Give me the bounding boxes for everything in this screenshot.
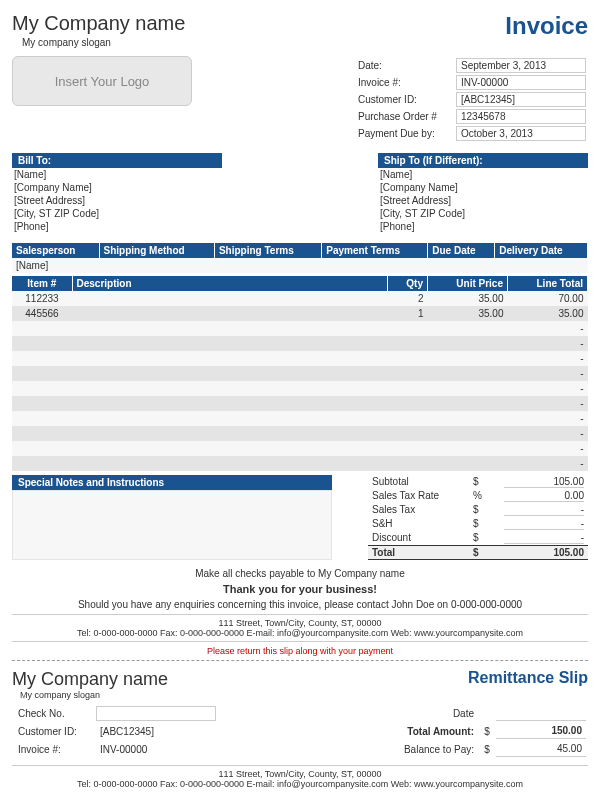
item-qty[interactable]: 2 — [388, 291, 428, 306]
logo-placeholder[interactable]: Insert Your Logo — [12, 56, 192, 106]
line-item-row[interactable]: - — [12, 321, 588, 336]
item-qty[interactable] — [388, 396, 428, 411]
item-desc[interactable] — [72, 291, 388, 306]
meta-date-value[interactable]: September 3, 2013 — [456, 58, 586, 73]
totals-value[interactable]: - — [504, 532, 584, 544]
totals-value[interactable]: 0.00 — [504, 490, 584, 502]
bill-to-line[interactable]: [Phone] — [12, 220, 222, 233]
remittance-title: Remittance Slip — [468, 669, 588, 687]
line-item-row[interactable]: - — [12, 351, 588, 366]
line-item-row[interactable]: - — [12, 336, 588, 351]
total-label: Total — [372, 547, 462, 558]
meta-po-value[interactable]: 12345678 — [456, 109, 586, 124]
terms-header: Payment Terms — [322, 243, 428, 258]
line-item-row[interactable]: - — [12, 396, 588, 411]
meta-customer-value[interactable]: [ABC12345] — [456, 92, 586, 107]
item-number[interactable] — [12, 336, 72, 351]
item-number[interactable]: 445566 — [12, 306, 72, 321]
items-header-qty: Qty — [388, 276, 428, 291]
item-desc[interactable] — [72, 381, 388, 396]
item-desc[interactable] — [72, 426, 388, 441]
company-slogan: My company slogan — [22, 37, 185, 48]
item-number[interactable] — [12, 321, 72, 336]
ship-to-header: Ship To (If Different): — [378, 153, 588, 168]
item-desc[interactable] — [72, 321, 388, 336]
ship-to-line[interactable]: [Name] — [378, 168, 588, 181]
remittance-header: My Company name My company slogan Remitt… — [12, 669, 588, 700]
item-qty[interactable] — [388, 336, 428, 351]
ship-to-line[interactable]: [Company Name] — [378, 181, 588, 194]
ship-to-line[interactable]: [Street Address] — [378, 194, 588, 207]
terms-cell[interactable] — [99, 258, 214, 274]
bill-to-line[interactable]: [Company Name] — [12, 181, 222, 194]
item-number[interactable] — [12, 351, 72, 366]
remit-check-field[interactable] — [96, 706, 216, 721]
item-desc[interactable] — [72, 456, 388, 471]
item-desc[interactable] — [72, 396, 388, 411]
item-qty[interactable] — [388, 441, 428, 456]
remit-date-field[interactable] — [496, 706, 586, 721]
meta-due-value[interactable]: October 3, 2013 — [456, 126, 586, 141]
line-item-row[interactable]: - — [12, 456, 588, 471]
notes-body[interactable] — [12, 490, 332, 560]
item-price[interactable] — [428, 456, 508, 471]
item-qty[interactable] — [388, 321, 428, 336]
item-price[interactable] — [428, 411, 508, 426]
item-desc[interactable] — [72, 441, 388, 456]
item-price[interactable] — [428, 381, 508, 396]
ship-to-line[interactable]: [Phone] — [378, 220, 588, 233]
terms-cell[interactable] — [322, 258, 428, 274]
item-price[interactable]: 35.00 — [428, 306, 508, 321]
line-item-row[interactable]: - — [12, 411, 588, 426]
item-number[interactable] — [12, 396, 72, 411]
line-item-row[interactable]: - — [12, 381, 588, 396]
item-price[interactable] — [428, 396, 508, 411]
item-price[interactable] — [428, 426, 508, 441]
item-desc[interactable] — [72, 306, 388, 321]
line-item-row[interactable]: 445566135.0035.00 — [12, 306, 588, 321]
terms-cell[interactable]: [Name] — [12, 258, 99, 274]
item-qty[interactable]: 1 — [388, 306, 428, 321]
item-qty[interactable] — [388, 426, 428, 441]
totals-value[interactable]: - — [504, 504, 584, 516]
terms-cell[interactable] — [214, 258, 321, 274]
item-price[interactable] — [428, 441, 508, 456]
item-number[interactable] — [12, 411, 72, 426]
item-desc[interactable] — [72, 351, 388, 366]
item-qty[interactable] — [388, 411, 428, 426]
item-price[interactable] — [428, 351, 508, 366]
totals-value[interactable]: 105.00 — [504, 476, 584, 488]
item-price[interactable] — [428, 321, 508, 336]
bill-to-line[interactable]: [Street Address] — [12, 194, 222, 207]
item-number[interactable] — [12, 426, 72, 441]
item-price[interactable] — [428, 336, 508, 351]
ship-to-line[interactable]: [City, ST ZIP Code] — [378, 207, 588, 220]
terms-cell[interactable] — [428, 258, 495, 274]
item-number[interactable] — [12, 366, 72, 381]
item-qty[interactable] — [388, 366, 428, 381]
item-number[interactable] — [12, 441, 72, 456]
invoice-meta: Date:September 3, 2013 Invoice #:INV-000… — [352, 56, 588, 143]
line-item-row[interactable]: 112233235.0070.00 — [12, 291, 588, 306]
item-qty[interactable] — [388, 381, 428, 396]
item-desc[interactable] — [72, 336, 388, 351]
item-number[interactable]: 112233 — [12, 291, 72, 306]
terms-cell[interactable] — [495, 258, 588, 274]
item-qty[interactable] — [388, 351, 428, 366]
meta-invoice-value[interactable]: INV-00000 — [456, 75, 586, 90]
item-price[interactable]: 35.00 — [428, 291, 508, 306]
item-number[interactable] — [12, 456, 72, 471]
totals-value[interactable]: - — [504, 518, 584, 530]
item-number[interactable] — [12, 381, 72, 396]
item-price[interactable] — [428, 366, 508, 381]
item-desc[interactable] — [72, 366, 388, 381]
line-item-row[interactable]: - — [12, 441, 588, 456]
line-item-row[interactable]: - — [12, 426, 588, 441]
item-total: - — [508, 441, 588, 456]
item-desc[interactable] — [72, 411, 388, 426]
bill-to-line[interactable]: [City, ST ZIP Code] — [12, 207, 222, 220]
bill-to-line[interactable]: [Name] — [12, 168, 222, 181]
line-item-row[interactable]: - — [12, 366, 588, 381]
terms-header: Due Date — [428, 243, 495, 258]
item-qty[interactable] — [388, 456, 428, 471]
